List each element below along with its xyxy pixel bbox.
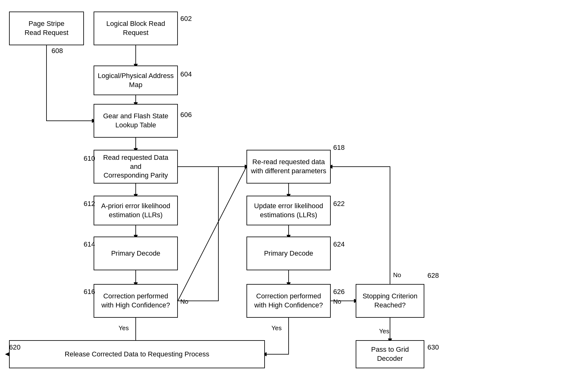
yes-label-1: Yes (119, 325, 129, 332)
label-608: 608 (51, 47, 63, 55)
update-error-box: Update error likelihoodestimations (LLRs… (246, 196, 331, 225)
stopping-criterion-box: Stopping CriterionReached? (356, 284, 424, 318)
svg-line-12 (178, 167, 246, 301)
label-628: 628 (427, 272, 439, 280)
label-622: 622 (333, 200, 345, 208)
label-604: 604 (180, 70, 192, 78)
primary-decode-2-box: Primary Decode (246, 237, 331, 270)
label-624: 624 (333, 240, 345, 248)
label-618: 618 (333, 144, 345, 152)
primary-decode-1-box: Primary Decode (94, 237, 178, 270)
yes-label-2: Yes (271, 325, 282, 332)
read-requested-box: Read requested Data andCorresponding Par… (94, 150, 178, 184)
label-612: 612 (84, 200, 95, 208)
label-616: 616 (84, 288, 95, 296)
page-stripe-box: Page StripeRead Request (9, 12, 84, 45)
correction-2-box: Correction performedwith High Confidence… (246, 284, 331, 318)
no-label-3: No (393, 272, 401, 279)
label-630: 630 (427, 343, 439, 351)
label-620: 620 (9, 343, 21, 351)
yes-label-3: Yes (379, 328, 389, 335)
correction-1-box: Correction performedwith High Confidence… (94, 284, 178, 318)
logical-block-box: Logical Block ReadRequest (94, 12, 178, 45)
label-610: 610 (84, 154, 95, 163)
label-614: 614 (84, 240, 95, 248)
release-corrected-box: Release Corrected Data to Requesting Pro… (9, 340, 265, 368)
label-606: 606 (180, 111, 192, 119)
no-label-1: No (180, 298, 188, 305)
reread-box: Re-read requested datawith different par… (246, 150, 331, 184)
pass-to-grid-box: Pass to Grid Decoder (356, 340, 424, 368)
label-626: 626 (333, 288, 345, 296)
gear-flash-box: Gear and Flash StateLookup Table (94, 104, 178, 138)
logical-physical-box: Logical/Physical AddressMap (94, 66, 178, 95)
no-label-2: No (333, 298, 341, 305)
flowchart-diagram: Page StripeRead Request Logical Block Re… (0, 0, 585, 392)
apriori-box: A-priori error likelihoodestimation (LLR… (94, 196, 178, 225)
label-602: 602 (180, 15, 192, 23)
